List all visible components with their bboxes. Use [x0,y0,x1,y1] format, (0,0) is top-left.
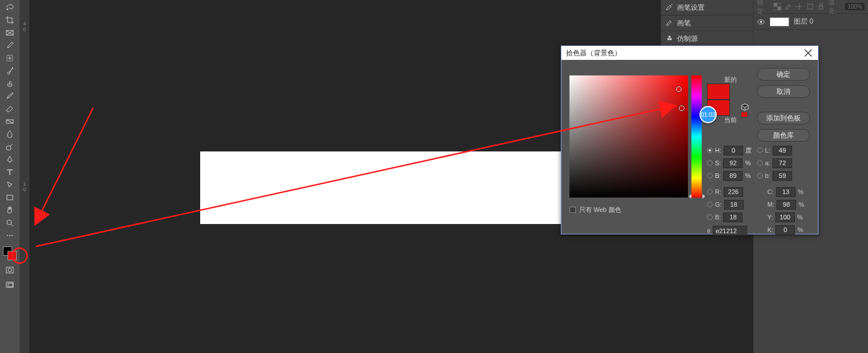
radio-lab-b[interactable] [757,173,763,179]
saturation-value-field[interactable] [569,75,688,198]
m-input[interactable] [777,200,796,210]
quickmask-toggle[interactable] [2,264,18,276]
new-color-swatch [707,83,730,100]
layer-name[interactable]: 图层 0 [794,17,813,26]
b-input[interactable] [723,171,743,181]
cancel-button[interactable]: 取消 [757,85,810,98]
artboard [200,151,563,224]
rectangle-tool[interactable] [2,191,18,204]
svg-point-22 [760,21,762,23]
gamut-warning-icon[interactable] [741,103,749,111]
h-input[interactable] [724,146,743,155]
r-input[interactable] [724,187,743,197]
panel-tab-label: 画笔 [677,18,691,28]
close-icon[interactable] [803,48,813,58]
web-only-checkbox[interactable] [569,207,576,213]
hand-tool[interactable] [2,204,18,217]
h-label: H: [715,147,721,154]
add-to-swatches-button[interactable]: 添加到色板 [757,112,810,124]
s-label: S: [715,160,721,166]
clone-stamp-tool[interactable] [2,77,18,90]
radio-r[interactable] [707,189,713,195]
r-label: R: [715,188,721,195]
gradient-tool[interactable] [2,115,18,128]
brush-tool[interactable] [2,64,18,77]
color-libraries-button[interactable]: 颜色库 [757,129,810,142]
gamut-swatch[interactable] [741,112,748,117]
hue-slider[interactable] [691,75,702,198]
radio-rgb-b[interactable] [707,214,713,220]
radio-l[interactable] [757,147,763,153]
web-only-row[interactable]: 只有 Web 颜色 [569,206,621,214]
left-toolbar [0,0,20,353]
healing-brush-tool[interactable] [2,52,18,64]
more-tools[interactable] [2,229,18,242]
svg-rect-18 [774,3,777,6]
l-input[interactable] [773,146,792,155]
svg-rect-19 [778,6,781,10]
path-selection-tool[interactable] [2,179,18,191]
frame-tool[interactable] [2,26,18,39]
svg-rect-21 [819,6,823,9]
c-label: C: [767,188,774,195]
radio-b[interactable] [707,173,713,179]
y-label: Y: [767,214,773,221]
radio-h[interactable] [707,147,713,153]
k-input[interactable] [775,225,795,235]
y-input[interactable] [775,212,795,222]
lock-all-icon[interactable] [817,3,825,11]
dialog-titlebar[interactable]: 拾色器（背景色） [561,46,818,60]
svg-point-11 [8,268,12,272]
layer-row[interactable]: 图层 0 [754,14,868,30]
new-label: 新的 [707,75,739,83]
panel-tab-brush-settings[interactable]: 画笔设置 [661,0,753,16]
l-label: L: [765,147,770,154]
c-input[interactable] [776,187,796,197]
panel-tab-clone-source[interactable]: 仿制源 [661,31,753,47]
dodge-tool[interactable] [2,141,18,153]
sv-marker [676,86,682,92]
lock-position-icon[interactable] [796,3,803,11]
history-brush-tool[interactable] [2,90,18,103]
eraser-tool[interactable] [2,103,18,115]
blur-tool[interactable] [2,128,18,141]
g-input[interactable] [724,200,744,210]
svg-rect-5 [7,195,13,200]
pen-tool[interactable] [2,153,18,166]
brush-settings-icon [666,3,674,13]
web-only-label: 只有 Web 颜色 [579,206,621,214]
svg-point-4 [6,146,11,150]
hex-input[interactable] [713,226,747,236]
background-swatch[interactable] [7,251,17,260]
lock-transparent-icon[interactable] [774,3,781,11]
ok-button[interactable]: 确定 [757,68,810,81]
hue-slider-arrow-icon [689,194,691,199]
screenmode-toggle[interactable] [2,279,18,291]
lasso-tool[interactable] [2,1,18,14]
panel-tab-brush[interactable]: 画笔 [661,16,753,31]
crop-tool[interactable] [2,14,18,26]
lock-artboard-icon[interactable] [806,3,814,11]
type-tool[interactable] [2,166,18,179]
visibility-icon[interactable] [757,18,765,26]
lab-fields: L: a: b: [757,144,792,182]
radio-g[interactable] [707,202,713,207]
hex-row: # [707,226,747,236]
lock-paint-icon[interactable] [785,3,792,11]
timestamp-badge: 01:03 [699,106,717,123]
a-label: a: [765,160,770,166]
k-unit: % [797,226,805,233]
svg-point-14 [667,38,670,40]
lab-b-input[interactable] [773,171,792,181]
m-label: M: [767,201,774,208]
eyedropper-tool[interactable] [2,39,18,52]
zoom-tool[interactable] [2,217,18,229]
a-input[interactable] [773,158,792,168]
radio-a[interactable] [757,160,763,166]
radio-s[interactable] [707,160,713,166]
svg-point-0 [7,9,9,10]
color-swatches[interactable] [2,245,18,261]
s-input[interactable] [723,158,743,168]
fill-percent[interactable]: 100% [845,3,865,10]
rgb-b-input[interactable] [723,212,743,222]
